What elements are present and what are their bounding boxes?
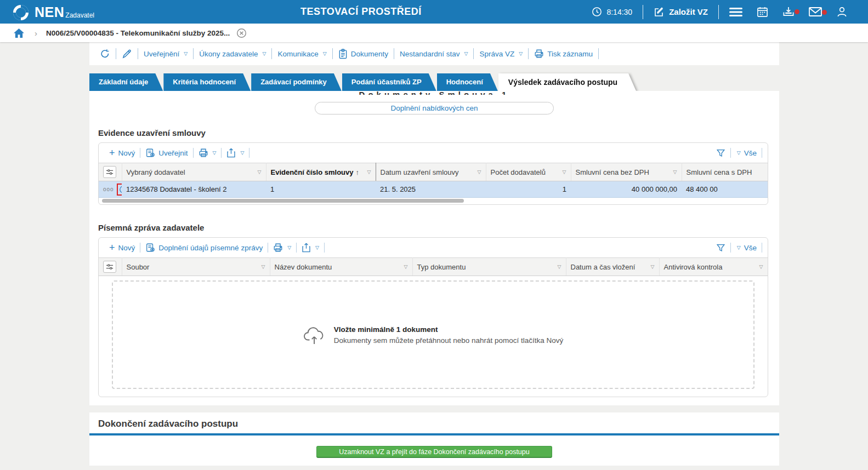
document-dropzone[interactable]: Vložte minimálně 1 dokument Dokumenty se… [112,280,754,389]
contract-row[interactable]: ooo 12345678 Dodavatel - školení 2 [99,181,768,198]
refresh-button[interactable] [94,49,116,59]
filter-icon[interactable]: ▽ [651,264,655,270]
filter-icon[interactable]: ▽ [558,264,561,270]
printer-icon [198,148,208,158]
divider [249,148,249,158]
menu-vz-admin[interactable]: Správa VZ▽ [474,50,528,58]
printer-icon [534,49,544,59]
filter-icon[interactable]: ▽ [258,169,262,175]
lock-vz-button[interactable]: Uzamknout VZ a přejít do fáze Dokončení … [316,446,552,458]
header-datum-vlozeni[interactable]: Datum a čas vložení▽ [566,258,659,276]
column-chooser-icon[interactable] [103,261,116,273]
header-soubor[interactable]: Soubor▽ [122,258,270,276]
show-all-filter[interactable]: ▽ Vše [731,149,762,157]
menu-communication[interactable]: Komunikace▽ [272,50,332,58]
column-settings-header [99,258,122,276]
messages-button[interactable] [802,7,829,17]
download-tray-icon [782,6,795,18]
filter-button[interactable] [711,148,730,158]
menu-contracting-actions[interactable]: Úkony zadavatele▽ [194,50,271,58]
tab-kriteria-hodnoceni[interactable]: Kritéria hodnocení [163,73,251,91]
cell-supplier: 12345678 Dodavatel - školení 2 [122,181,266,198]
header-pocet-dodavatelu[interactable]: Počet dodavatelů▽ [486,163,571,181]
filter-icon[interactable]: ▽ [404,264,408,270]
home-icon[interactable] [13,28,25,38]
export-grid-button[interactable]: ▽ [297,243,324,253]
show-all-filter[interactable]: ▽ Vše [731,244,762,252]
annotation-red-box [117,184,122,196]
row-menu-icon[interactable]: ooo [103,186,114,192]
tab-strip: Základní údaje Kritéria hodnocení Zadáva… [0,65,868,91]
scrollbar-thumb[interactable] [102,199,464,203]
clipboard-icon [338,49,348,59]
session-time: 8:14:30 [585,7,639,17]
cell-price-no-vat: 40 000 000,00 [571,181,682,198]
sort-asc-icon: ↑ [356,168,360,176]
cell-price-with-vat: 48 400 00 [682,181,768,198]
edit-square-icon [654,7,665,18]
menu-button[interactable] [722,7,750,17]
filter-icon[interactable]: ▽ [367,169,371,175]
export-grid-button[interactable]: ▽ [222,148,249,158]
person-icon [836,6,848,18]
header-vybrany-dodavatel[interactable]: Vybraný dodavatel▽ [122,163,266,181]
print-record-button[interactable]: Tisk záznamu [529,49,598,59]
header-antivirova-kontrola[interactable]: Antivirová kontrola▽ [659,258,768,276]
chevron-down-icon: ▽ [287,245,291,250]
print-grid-button[interactable]: ▽ [194,148,222,158]
create-vz-button[interactable]: Založit VZ [646,7,715,18]
tab-hodnoceni[interactable]: Hodnocení [437,73,498,91]
filter-icon[interactable]: ▽ [673,169,677,175]
chevron-down-icon: ▽ [323,51,327,56]
chevron-down-icon: ▽ [464,51,468,56]
downloads-button[interactable] [775,6,802,18]
clipped-heading: Dokumenty Smlouva 1 [89,91,779,95]
filter-icon[interactable]: ▽ [262,264,265,270]
chevron-down-icon: ▽ [737,245,741,250]
filter-icon[interactable]: ▽ [563,169,566,175]
header-cena-s-dph[interactable]: Smluvní cena s DPH [682,163,768,181]
divider [643,5,643,19]
supplement-report-button[interactable]: Doplnění údajů písemné zprávy [140,243,268,253]
envelope-icon [809,7,822,17]
header-evidencni-cislo[interactable]: Evidenční číslo smlouvy↑▽ [266,163,376,181]
tab-zakladni-udaje[interactable]: Základní údaje [89,73,163,91]
menu-nonstandard-state[interactable]: Nestandardní stav▽ [394,50,473,58]
header-nazev-dokumentu[interactable]: Název dokumentu▽ [270,258,412,276]
brand[interactable]: NEN Zadavatel [0,3,94,21]
header-datum-uzavreni[interactable]: Datum uzavření smlouvy▽ [376,163,486,181]
publish-contract-button[interactable]: Uveřejnit [140,148,192,158]
plus-icon: + [109,148,115,157]
header-cena-bez-dph[interactable]: Smluvní cena bez DPH▽ [571,163,682,181]
profile-button[interactable] [829,6,855,18]
edit-button[interactable] [116,49,138,59]
breadcrumb-title[interactable]: N006/25/V00004835 - Telekomunikační služ… [46,29,230,37]
info-icon[interactable] [119,185,122,194]
new-contract-button[interactable]: + Nový [104,148,140,157]
filter-icon[interactable]: ▽ [759,264,763,270]
chevron-right-icon: › [35,28,37,38]
filter-icon[interactable]: ▽ [478,169,481,175]
chevron-down-icon: ▽ [263,51,266,56]
column-chooser-icon[interactable] [103,166,116,178]
new-report-button[interactable]: + Nový [104,243,140,252]
tab-podani-ucastniku[interactable]: Podání účastníků ZP [342,73,436,91]
print-grid-button[interactable]: ▽ [268,243,296,253]
menu-documents[interactable]: Dokumenty [333,49,394,59]
calendar-button[interactable] [750,6,775,18]
menu-publish[interactable]: Uveřejnění▽ [138,50,193,58]
divider [762,243,762,253]
section-gap [0,405,868,412]
tab-zadavaci-podminky[interactable]: Zadávací podmínky [251,73,342,91]
page-footer-gap [0,466,868,470]
close-tab-icon[interactable] [236,28,247,38]
supplement-offer-prices-button[interactable]: Doplnění nabídkových cen [315,102,554,114]
chevron-down-icon: ▽ [315,245,319,250]
horizontal-scrollbar[interactable] [99,198,768,204]
export-icon [302,243,311,253]
top-header-bar: NEN Zadavatel TESTOVACÍ PROSTŘEDÍ 8:14:3… [0,0,868,24]
filter-button[interactable] [711,243,730,253]
divider [324,243,325,253]
header-typ-dokumentu[interactable]: Typ dokumentu▽ [412,258,566,276]
tab-vysledek-zadavaciho-postupu[interactable]: Výsledek zadávacího postupu [498,73,636,91]
